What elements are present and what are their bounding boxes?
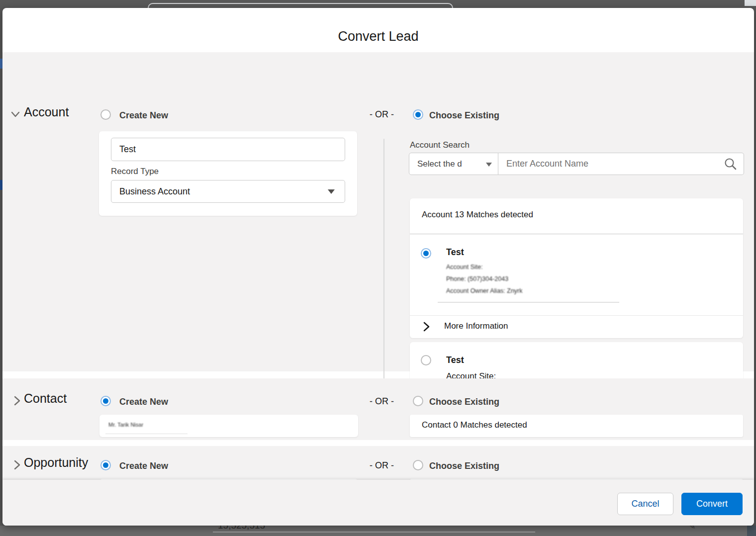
- contact-matches-text: Contact 0 Matches detected: [422, 420, 527, 430]
- account-create-new-radio[interactable]: [100, 109, 111, 120]
- account-match1-name: Test: [446, 247, 464, 258]
- contact-name-field[interactable]: Mr. Tarik Nisar: [99, 415, 358, 437]
- opportunity-choose-existing-radio[interactable]: [413, 460, 423, 470]
- modal-title: Convert Lead: [2, 29, 754, 44]
- chevron-down-icon[interactable]: [10, 109, 21, 120]
- search-scope-value: Select the d: [417, 159, 462, 169]
- contact-matches-box: Contact 0 Matches detected: [410, 415, 743, 437]
- opportunity-create-new-radio[interactable]: [100, 460, 111, 470]
- account-match1-radio[interactable]: [421, 248, 431, 259]
- account-section: Account Create New - OR - Choose Existin…: [2, 52, 754, 371]
- opportunity-section: Opportunity Create New - OR - Choose Exi…: [2, 446, 754, 480]
- account-create-new-label: Create New: [119, 110, 168, 121]
- contact-or-separator: - OR -: [370, 396, 394, 407]
- chevron-down-icon: [328, 189, 335, 194]
- account-search-group: Select the d: [409, 153, 744, 175]
- contact-name-value: Mr. Tarik Nisar: [108, 422, 143, 428]
- chevron-down-icon: [486, 163, 492, 167]
- cancel-button[interactable]: Cancel: [617, 493, 673, 515]
- contact-section: Contact Create New - OR - Choose Existin…: [2, 378, 754, 440]
- more-information-row[interactable]: More Information: [410, 315, 743, 338]
- opportunity-or-separator: - OR -: [370, 460, 394, 471]
- account-choose-existing-label: Choose Existing: [429, 110, 499, 121]
- search-scope-select[interactable]: Select the d: [409, 153, 498, 175]
- account-matches-card: Account 13 Matches detected Test Account…: [410, 198, 743, 338]
- background-underline: [213, 532, 535, 533]
- contact-create-new-label: Create New: [119, 397, 168, 407]
- background-scrollbar-fragment: [747, 526, 756, 536]
- match1-divider: [438, 302, 619, 303]
- opportunity-create-new-label: Create New: [119, 461, 168, 471]
- contact-create-new-radio[interactable]: [100, 396, 111, 406]
- account-matches-header: Account 13 Matches detected: [422, 210, 533, 220]
- more-information-label: More Information: [444, 321, 508, 331]
- search-icon[interactable]: [724, 157, 737, 171]
- convert-lead-modal: Convert Lead Account Create New - OR - C…: [2, 8, 754, 526]
- account-match2-radio[interactable]: [421, 355, 431, 365]
- opportunity-choose-existing-label: Choose Existing: [429, 461, 499, 471]
- record-type-label: Record Type: [111, 167, 159, 177]
- contact-choose-existing-label: Choose Existing: [429, 397, 499, 407]
- account-match1-phone: Phone: (507)304-2043: [446, 275, 508, 282]
- contact-field-underline: [105, 434, 188, 434]
- account-search-input[interactable]: [498, 153, 744, 175]
- chevron-right-icon[interactable]: [12, 459, 22, 471]
- convert-button[interactable]: Convert: [681, 493, 743, 515]
- account-match2-name: Test: [446, 355, 464, 365]
- chevron-right-icon[interactable]: [422, 321, 431, 332]
- contact-choose-existing-radio[interactable]: [413, 396, 423, 406]
- chevron-right-icon[interactable]: [12, 395, 22, 407]
- contact-section-label: Contact: [24, 391, 67, 406]
- pencil-icon: ✎: [689, 526, 695, 531]
- record-type-select[interactable]: Business Account: [111, 180, 345, 203]
- cancel-button-label: Cancel: [631, 499, 659, 509]
- account-match1-site: Account Site:: [446, 264, 483, 270]
- account-section-label: Account: [24, 105, 69, 119]
- matches-header-divider: [410, 233, 743, 235]
- convert-button-label: Convert: [696, 499, 728, 509]
- background-topright-fragment: [745, 0, 756, 6]
- account-match1-alias: Account Owner Alias: Znyrk: [446, 287, 523, 294]
- account-create-new-card: Record Type Business Account: [99, 131, 357, 216]
- column-divider: [383, 139, 384, 383]
- modal-footer: Cancel Convert: [2, 480, 754, 526]
- account-or-separator: - OR -: [370, 109, 394, 120]
- record-type-value: Business Account: [119, 186, 190, 197]
- background-partial-number: 15,525,515: [218, 526, 265, 531]
- page-behind-overlay: 15,525,515 ✎: [0, 526, 756, 536]
- account-name-input[interactable]: [111, 138, 345, 161]
- account-search-label: Account Search: [410, 140, 470, 150]
- account-choose-existing-radio[interactable]: [413, 109, 423, 120]
- opportunity-section-label: Opportunity: [24, 455, 88, 470]
